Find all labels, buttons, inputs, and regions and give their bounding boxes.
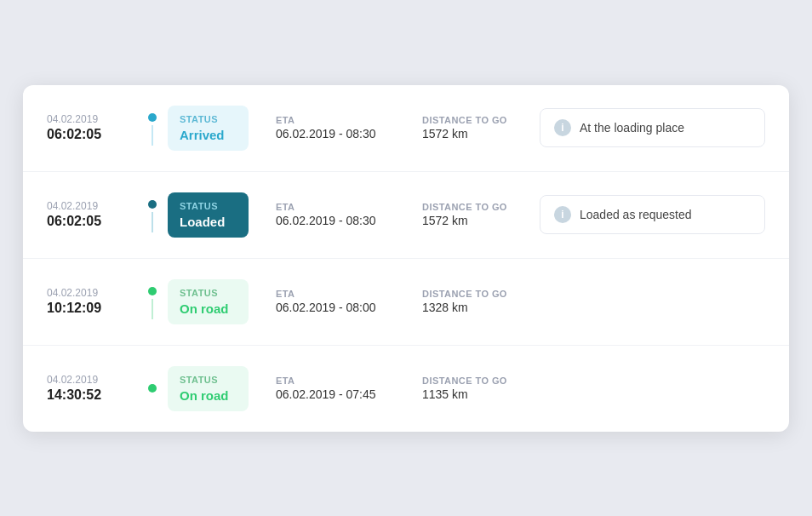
eta-label: ETA [276,289,395,299]
status-value: On road [180,388,237,403]
eta-label: ETA [276,202,395,212]
timeline-row-row-onroad-1: 04.02.2019 10:12:09 STATUS On road ETA 0… [23,259,789,346]
timeline-connector [140,381,164,396]
connector-line [152,125,153,146]
dist-col: DISTANCE TO GO 1328 km [422,289,524,314]
date-label: 04.02.2019 [47,200,140,212]
eta-value: 06.02.2019 - 08:30 [276,127,395,140]
dist-value: 1572 km [422,214,524,227]
status-badge: STATUS Arrived [168,106,249,151]
date-label: 04.02.2019 [47,374,140,386]
dist-col: DISTANCE TO GO 1572 km [422,115,524,140]
dist-value: 1328 km [422,301,524,314]
date-label: 04.02.2019 [47,113,140,125]
eta-col: ETA 06.02.2019 - 08:30 [276,115,395,140]
connector-line [152,212,153,232]
dist-label: DISTANCE TO GO [422,289,524,299]
eta-col: ETA 06.02.2019 - 07:45 [276,376,395,401]
time-label: 06:02:05 [47,214,140,229]
timeline-card: 04.02.2019 06:02:05 STATUS Arrived ETA 0… [23,85,789,432]
timeline-row-row-loaded: 04.02.2019 06:02:05 STATUS Loaded ETA 06… [23,172,789,259]
eta-value: 06.02.2019 - 08:30 [276,214,395,227]
dist-label: DISTANCE TO GO [422,115,524,125]
connector-line [152,299,153,319]
info-icon: i [554,206,571,223]
status-label: STATUS [180,375,237,385]
time-label: 06:02:05 [47,127,140,142]
date-time-col: 04.02.2019 14:30:52 [47,374,140,403]
status-badge: STATUS On road [168,279,249,324]
connector-dot [148,287,157,295]
time-label: 10:12:09 [47,301,140,316]
timeline-connector [140,284,164,319]
timeline-row-row-arrived: 04.02.2019 06:02:05 STATUS Arrived ETA 0… [23,85,789,172]
date-label: 04.02.2019 [47,287,140,299]
time-label: 14:30:52 [47,387,140,403]
status-value: Arrived [180,128,237,142]
timeline-row-row-onroad-2: 04.02.2019 14:30:52 STATUS On road ETA 0… [23,346,789,432]
dist-col: DISTANCE TO GO 1572 km [422,202,524,227]
dist-col: DISTANCE TO GO 1135 km [422,376,524,401]
info-bubble: i Loaded as requested [540,195,765,234]
eta-col: ETA 06.02.2019 - 08:30 [276,202,395,227]
eta-col: ETA 06.02.2019 - 08:00 [276,289,395,314]
timeline-connector [140,197,164,232]
eta-value: 06.02.2019 - 08:00 [276,301,395,314]
connector-dot [148,200,157,209]
status-label: STATUS [180,201,237,211]
date-time-col: 04.02.2019 06:02:05 [47,113,140,142]
date-time-col: 04.02.2019 10:12:09 [47,287,140,316]
dist-label: DISTANCE TO GO [422,376,524,386]
eta-value: 06.02.2019 - 07:45 [276,387,395,401]
eta-label: ETA [276,376,395,386]
info-text: At the loading place [580,121,684,135]
status-badge: STATUS Loaded [168,192,249,238]
status-value: On road [180,301,237,316]
status-label: STATUS [180,288,237,298]
timeline-connector [140,110,164,146]
connector-dot [148,384,157,393]
dist-label: DISTANCE TO GO [422,202,524,212]
eta-label: ETA [276,115,395,125]
status-label: STATUS [180,114,237,124]
info-icon: i [554,119,571,136]
status-badge: STATUS On road [168,366,249,411]
info-bubble: i At the loading place [540,108,765,147]
connector-dot [148,113,157,122]
dist-value: 1135 km [422,387,524,401]
info-text: Loaded as requested [580,208,692,221]
dist-value: 1572 km [422,127,524,140]
status-value: Loaded [180,215,237,229]
date-time-col: 04.02.2019 06:02:05 [47,200,140,229]
